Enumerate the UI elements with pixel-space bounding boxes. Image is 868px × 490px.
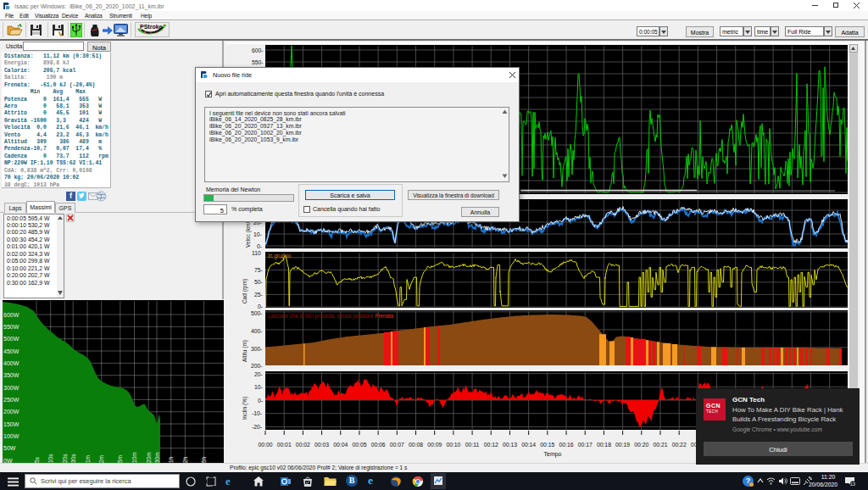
svg-text:150W: 150W [3, 421, 19, 427]
svg-text:00:13: 00:13 [503, 442, 517, 448]
svg-text:00:04: 00:04 [333, 442, 348, 448]
svg-text:00:09: 00:09 [427, 442, 442, 448]
svg-text:20m: 20m [146, 452, 152, 463]
svg-text:30m: 30m [154, 452, 160, 463]
svg-text:1m: 1m [85, 455, 91, 463]
svg-text:In gruppo: In gruppo [268, 253, 292, 259]
svg-text:13: 13 [850, 482, 855, 487]
svg-text:00:22: 00:22 [672, 442, 687, 448]
svg-text:00:15: 00:15 [540, 442, 554, 448]
svg-text:00:03: 00:03 [314, 442, 329, 448]
svg-text:2h: 2h [182, 456, 188, 463]
svg-text:400W: 400W [3, 360, 19, 366]
svg-text:00:20: 00:20 [634, 442, 648, 448]
svg-text:2m: 2m [98, 455, 104, 463]
svg-text:Lasciare che la bici proceda,: Lasciare che la bici proceda, senza peda… [268, 313, 394, 320]
svg-text:00:00: 00:00 [258, 442, 272, 448]
svg-text:5m: 5m [117, 455, 123, 463]
svg-text:00:18: 00:18 [597, 442, 611, 448]
svg-text:00:21: 00:21 [653, 442, 667, 448]
svg-text:5h: 5h [201, 456, 207, 463]
svg-text:600W: 600W [3, 312, 19, 318]
svg-text:00:02: 00:02 [296, 442, 310, 448]
svg-text:00:06: 00:06 [371, 442, 386, 448]
svg-text:1h: 1h [168, 456, 174, 463]
svg-text:00:16: 00:16 [559, 442, 574, 448]
svg-text:00:07: 00:07 [390, 442, 404, 448]
svg-text:10m: 10m [131, 452, 137, 463]
svg-text:00:17: 00:17 [578, 442, 593, 448]
svg-text:300W: 300W [3, 385, 19, 391]
svg-text:250W: 250W [3, 397, 19, 403]
svg-text:00:05: 00:05 [352, 442, 366, 448]
svg-text:50W: 50W [3, 445, 16, 451]
svg-text:00:11: 00:11 [465, 442, 480, 448]
svg-text:20s: 20s [62, 454, 68, 463]
svg-text:00:10: 00:10 [446, 442, 460, 448]
svg-text:450W: 450W [3, 348, 19, 354]
svg-text:5s: 5s [34, 456, 40, 463]
svg-text:00:08: 00:08 [409, 442, 423, 448]
svg-text:Tempo: Tempo [543, 451, 561, 458]
svg-text:500W: 500W [3, 336, 19, 342]
svg-text:00:14: 00:14 [521, 442, 536, 448]
svg-text:00:19: 00:19 [615, 442, 630, 448]
svg-text:00:12: 00:12 [484, 442, 498, 448]
svg-text:100W: 100W [3, 433, 19, 439]
svg-text:200W: 200W [3, 409, 19, 415]
svg-text:PStroke: PStroke [140, 24, 163, 30]
svg-text:550W: 550W [3, 324, 19, 330]
svg-text:350W: 350W [3, 372, 19, 378]
svg-text:30s: 30s [70, 454, 76, 463]
svg-text:00:01: 00:01 [277, 442, 292, 448]
svg-text:10s: 10s [47, 454, 53, 463]
